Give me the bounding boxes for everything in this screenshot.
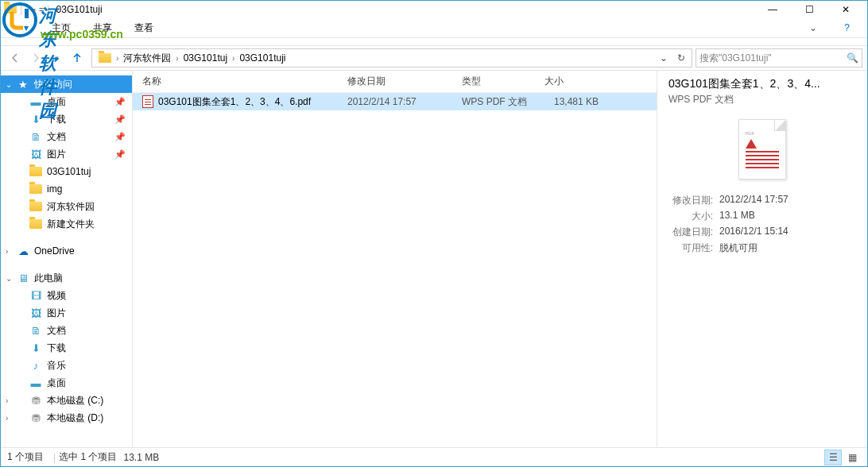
minimize-button[interactable]: — <box>754 1 791 18</box>
download-icon: ⬇ <box>29 113 42 125</box>
app-icon <box>4 4 17 16</box>
meta-availability-value: 脱机可用 <box>719 241 758 255</box>
sidebar-pictures[interactable]: 🖼图片📌 <box>1 145 132 163</box>
sidebar-quick-access[interactable]: ⌄★快速访问 <box>1 75 132 93</box>
meta-availability-label: 可用性: <box>668 241 713 255</box>
video-icon: 🎞 <box>29 289 42 302</box>
sidebar-downloads2[interactable]: ⬇下载 <box>1 339 132 357</box>
address-bar[interactable]: › 河东软件园 › 03G101tuj › 03G101tuji ⌄ ↻ <box>91 48 692 68</box>
meta-modified-value: 2012/2/14 17:57 <box>719 194 789 207</box>
file-type: WPS PDF 文档 <box>452 95 535 109</box>
breadcrumb-1[interactable]: 河东软件园 <box>118 52 176 65</box>
up-button[interactable] <box>68 48 87 68</box>
meta-modified-label: 修改日期: <box>668 194 713 207</box>
column-name[interactable]: 名称 <box>133 75 338 88</box>
music-icon: ♪ <box>29 359 42 372</box>
picture-icon: 🖼 <box>29 148 42 160</box>
meta-size-value: 13.1 MB <box>719 210 755 223</box>
folder-icon <box>29 165 42 178</box>
document-icon: 🗎 <box>29 324 42 337</box>
sidebar-folder-3[interactable]: 河东软件园 <box>1 198 132 215</box>
file-name: 03G101图集全套1、2、3、4、6.pdf <box>158 95 311 109</box>
file-menu-dropdown[interactable]: ▾ <box>12 18 41 37</box>
address-dropdown-icon[interactable]: ⌄ <box>655 52 672 64</box>
sidebar-this-pc[interactable]: ⌄🖥此电脑 <box>1 269 132 287</box>
status-size: 13.1 MB <box>123 452 159 463</box>
forward-button[interactable] <box>26 48 45 68</box>
status-item-count: 1 个项目 <box>7 450 44 464</box>
preview-title: 03G101图集全套1、2、3、4... <box>668 77 856 91</box>
help-icon[interactable]: ? <box>833 19 861 37</box>
search-input[interactable]: 搜索"03G101tuji" 🔍 <box>696 48 862 68</box>
sidebar-pictures2[interactable]: 🖼图片 <box>1 304 132 322</box>
sidebar-disk-d[interactable]: ›⛃本地磁盘 (D:) <box>1 409 132 426</box>
column-size[interactable]: 大小 <box>535 75 614 88</box>
status-selected: 选中 1 个项目 <box>59 450 117 464</box>
column-headers: 名称 修改日期 类型 大小 <box>133 71 657 93</box>
folder-icon <box>29 200 42 213</box>
sidebar-desktop2[interactable]: ▬桌面 <box>1 374 132 392</box>
breadcrumb-3[interactable]: 03G101tuji <box>234 52 290 64</box>
column-type[interactable]: 类型 <box>452 75 535 88</box>
expand-ribbon-icon[interactable]: ⌄ <box>798 19 828 37</box>
qat-separator: | <box>20 4 22 15</box>
qat-separator2: | <box>47 4 49 15</box>
sidebar-folder-1[interactable]: 03G101tuj <box>1 163 132 180</box>
refresh-icon[interactable]: ↻ <box>672 52 690 64</box>
status-bar: 1 个项目 | 选中 1 个项目 13.1 MB ☰ ▦ <box>1 447 867 466</box>
pin-icon: 📌 <box>114 114 126 125</box>
qat-newfolder-icon[interactable]: ▪ <box>33 4 36 15</box>
star-icon: ★ <box>17 78 29 91</box>
sidebar-folder-4[interactable]: 新建文件夹 <box>1 215 132 233</box>
disk-icon: ⛃ <box>29 394 42 407</box>
sidebar-music[interactable]: ♪音乐 <box>1 357 132 374</box>
file-size: 13,481 KB <box>535 96 614 107</box>
titlebar: | ▫ ▪ = | 03G101tuji — ☐ ✕ <box>1 1 867 18</box>
sidebar-disk-c[interactable]: ›⛃本地磁盘 (C:) <box>1 392 132 409</box>
pin-icon: 📌 <box>114 149 126 160</box>
pin-icon: 📌 <box>114 97 126 107</box>
details-pane: 03G101图集全套1、2、3、4... WPS PDF 文档 · PDF 修改… <box>657 71 867 447</box>
view-details-button[interactable]: ☰ <box>824 450 842 465</box>
download-icon: ⬇ <box>29 342 42 354</box>
sidebar-onedrive[interactable]: ›☁OneDrive <box>1 242 132 260</box>
file-list: 名称 修改日期 类型 大小 03G101图集全套1、2、3、4、6.pdf 20… <box>133 71 657 447</box>
back-button[interactable] <box>6 48 25 68</box>
onedrive-icon: ☁ <box>17 245 29 257</box>
preview-thumbnail: · PDF <box>738 119 786 179</box>
view-thumbnails-button[interactable]: ▦ <box>843 450 861 465</box>
search-icon[interactable]: 🔍 <box>847 52 858 64</box>
search-placeholder: 搜索"03G101tuji" <box>699 52 772 65</box>
sidebar-desktop[interactable]: ▬桌面📌 <box>1 93 132 110</box>
folder-icon <box>29 183 42 195</box>
document-icon: 🗎 <box>29 130 42 143</box>
picture-icon: 🖼 <box>29 307 42 319</box>
file-row[interactable]: 03G101图集全套1、2、3、4、6.pdf 2012/2/14 17:57 … <box>133 93 657 110</box>
qat-properties-icon[interactable]: ▫ <box>25 4 29 16</box>
qat-dropdown[interactable]: = <box>39 5 44 14</box>
sidebar-folder-2[interactable]: img <box>1 180 132 198</box>
sidebar-videos[interactable]: 🎞视频 <box>1 287 132 304</box>
breadcrumb-2[interactable]: 03G101tuj <box>179 52 232 64</box>
sidebar-documents[interactable]: 🗎文档📌 <box>1 128 132 145</box>
close-button[interactable]: ✕ <box>827 1 864 18</box>
desktop-icon: ▬ <box>29 376 42 389</box>
tab-home[interactable]: 主页 <box>41 18 82 38</box>
desktop-icon: ▬ <box>29 95 42 108</box>
sidebar-downloads[interactable]: ⬇下载📌 <box>1 110 132 128</box>
column-date[interactable]: 修改日期 <box>338 75 452 88</box>
meta-size-label: 大小: <box>668 210 713 223</box>
meta-created-value: 2016/12/1 15:14 <box>719 226 789 239</box>
maximize-button[interactable]: ☐ <box>791 1 827 18</box>
file-date: 2012/2/14 17:57 <box>338 96 452 107</box>
folder-icon <box>29 218 42 230</box>
pdf-icon <box>142 95 153 108</box>
meta-created-label: 创建日期: <box>668 226 713 239</box>
tab-view[interactable]: 查看 <box>123 18 165 38</box>
breadcrumb-root-icon[interactable] <box>94 53 116 63</box>
recent-dropdown[interactable]: ▾ <box>47 48 66 68</box>
sidebar-documents2[interactable]: 🗎文档 <box>1 322 132 339</box>
tab-share[interactable]: 共享 <box>82 18 123 38</box>
pin-icon: 📌 <box>114 132 126 142</box>
address-toolbar: ▾ › 河东软件园 › 03G101tuj › 03G101tuji ⌄ ↻ 搜… <box>1 45 867 71</box>
